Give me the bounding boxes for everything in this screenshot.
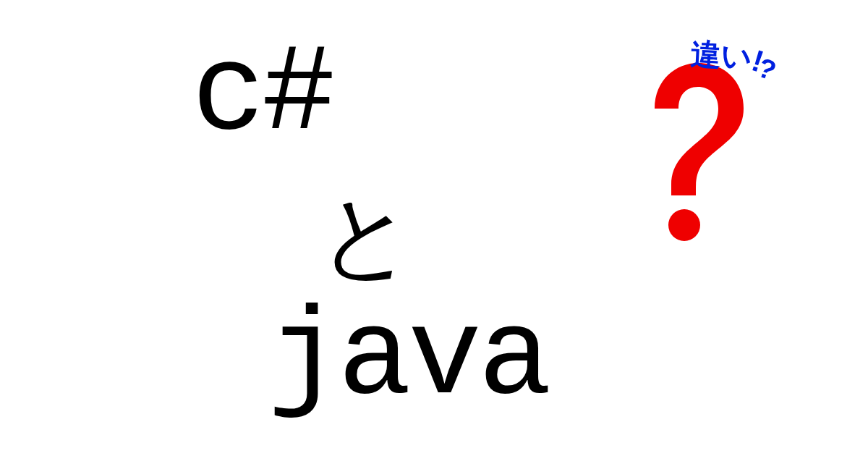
annotation-text: 違い: [690, 37, 753, 74]
difference-annotation: 違い!?: [690, 34, 780, 79]
heading-java: java: [268, 290, 548, 429]
question-mark-icon: [629, 54, 760, 242]
heading-csharp: c#: [192, 25, 332, 165]
svg-point-0: [668, 209, 700, 241]
heading-connector: と: [318, 174, 414, 301]
